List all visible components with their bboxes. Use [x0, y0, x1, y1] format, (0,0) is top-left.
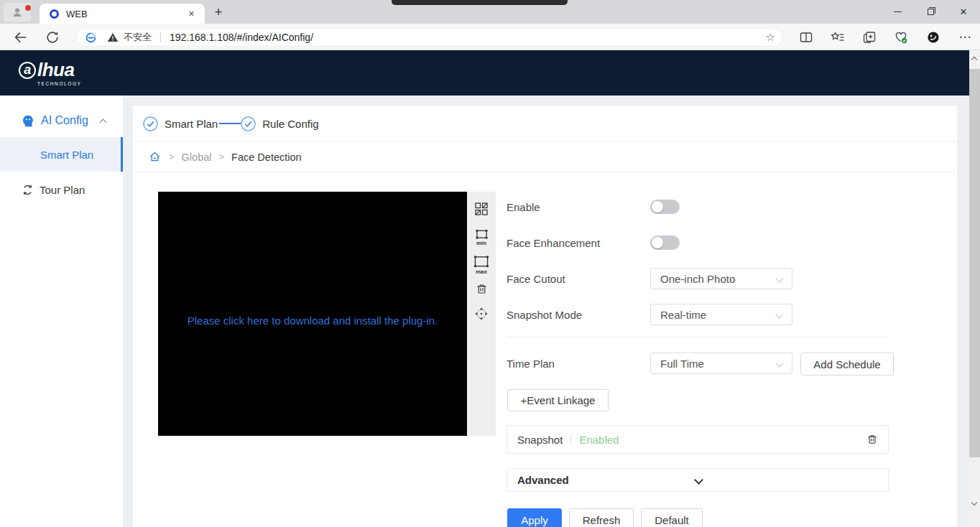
- logo-subtext: TECHNOLOGY: [37, 81, 82, 86]
- sidebar-item-tour-plan[interactable]: Tour Plan: [0, 172, 123, 207]
- back-icon[interactable]: [13, 29, 29, 45]
- target-filter-grid-icon[interactable]: [467, 202, 496, 216]
- window-restore-button[interactable]: [914, 0, 947, 24]
- delete-linkage-icon[interactable]: [866, 434, 878, 445]
- linkage-status-badge: Enabled: [579, 434, 619, 446]
- copilot-icon[interactable]: [926, 30, 940, 45]
- sidebar-item-label: Tour Plan: [40, 184, 85, 196]
- toggle-knob: [652, 237, 663, 248]
- breadcrumb-separator: >: [169, 151, 175, 162]
- time-plan-value: Full Time: [660, 358, 704, 370]
- advanced-expander[interactable]: Advanced: [507, 468, 889, 492]
- tour-plan-icon: [21, 183, 34, 197]
- scrollbar-thumb[interactable]: [969, 69, 980, 457]
- ai-config-icon: [20, 113, 36, 129]
- minimize-icon: [894, 11, 902, 12]
- browser-tab[interactable]: WEB ✕: [40, 4, 205, 24]
- step-connector: [219, 123, 241, 124]
- chevron-down-icon: [775, 359, 783, 367]
- dahua-logo: alhua TECHNOLOGY: [19, 59, 82, 86]
- sidebar-item-smart-plan[interactable]: Smart Plan: [0, 137, 123, 172]
- face-cutout-value: One-inch Photo: [660, 273, 735, 285]
- restore-icon: [928, 9, 934, 15]
- breadcrumb-separator: >: [219, 151, 225, 162]
- snapshot-mode-value: Real-time: [660, 309, 706, 321]
- browser-menu-icon[interactable]: ⋯: [958, 30, 972, 45]
- url-separator: [160, 32, 161, 42]
- video-preview: Please click here to download and instal…: [158, 192, 467, 436]
- tab-favicon-icon: [50, 9, 59, 19]
- browser-essentials-icon[interactable]: [894, 30, 908, 45]
- background-window-strip: [392, 0, 568, 5]
- linkage-name: Snapshot: [517, 434, 563, 446]
- window-close-button[interactable]: ✕: [947, 0, 980, 24]
- not-secure-warning-icon: [107, 32, 119, 43]
- window-controls: ✕: [881, 0, 980, 24]
- tab-title: WEB: [66, 9, 185, 19]
- main-panel: Smart Plan Rule Config > Global > Face D…: [133, 106, 957, 527]
- min-label: min: [476, 241, 486, 246]
- breadcrumb: > Global > Face Detection: [133, 142, 957, 172]
- chevron-down-icon: [694, 475, 703, 485]
- breadcrumb-face-detection: Face Detection: [231, 151, 302, 163]
- face-cutout-label: Face Cutout: [507, 273, 565, 286]
- sidebar-group-ai-config[interactable]: AI Config: [0, 106, 123, 137]
- step-check-icon[interactable]: [143, 116, 158, 131]
- collections-icon[interactable]: [862, 30, 877, 45]
- snapshot-mode-label: Snapshot Mode: [507, 309, 582, 322]
- refresh-icon[interactable]: [45, 29, 60, 45]
- new-tab-button[interactable]: +: [210, 4, 227, 21]
- step-check-icon[interactable]: [241, 116, 256, 131]
- screen: WEB ✕ + ✕ 不安全 192.168.1.108/#/index/AICo…: [0, 0, 980, 527]
- chevron-down-icon: [775, 310, 783, 318]
- default-button[interactable]: Default: [641, 508, 703, 527]
- scroll-up-icon[interactable]: [971, 57, 977, 62]
- step-label-rule-config[interactable]: Rule Config: [262, 118, 318, 130]
- page-scrollbar[interactable]: [969, 50, 980, 527]
- url-field[interactable]: 不安全 192.168.1.108/#/index/AIConfig/ ☆: [75, 28, 783, 47]
- face-enhancement-toggle[interactable]: [650, 235, 680, 250]
- enable-toggle[interactable]: [650, 200, 680, 214]
- advanced-label: Advanced: [517, 474, 569, 486]
- time-plan-select[interactable]: Full Time: [650, 353, 792, 374]
- split-screen-icon[interactable]: [799, 30, 813, 45]
- draw-toolbar: min max: [467, 192, 496, 436]
- scroll-down-icon[interactable]: [971, 500, 977, 505]
- snapshot-mode-select[interactable]: Real-time: [650, 304, 792, 325]
- browser-address-bar: 不安全 192.168.1.108/#/index/AIConfig/ ☆ ⋯: [0, 24, 980, 50]
- tab-close-icon[interactable]: ✕: [185, 8, 198, 20]
- logo-text: lhua: [37, 59, 74, 81]
- window-minimize-button[interactable]: [881, 0, 914, 24]
- time-plan-label: Time Plan: [507, 358, 555, 370]
- sidebar-item-label: Smart Plan: [40, 149, 93, 161]
- move-tool-icon[interactable]: [467, 307, 496, 321]
- chevron-up-icon[interactable]: [100, 119, 107, 126]
- security-label: 不安全: [124, 31, 152, 44]
- enable-label: Enable: [507, 201, 540, 214]
- face-cutout-select[interactable]: One-inch Photo: [650, 268, 792, 289]
- profile-avatar-icon: [11, 6, 24, 19]
- plugin-download-link[interactable]: Please click here to download and instal…: [188, 314, 438, 327]
- linkage-snapshot-row: Snapshot Enabled: [507, 425, 889, 454]
- browser-tab-strip: WEB ✕ + ✕: [0, 0, 980, 24]
- breadcrumb-home-icon[interactable]: [148, 150, 162, 164]
- form-divider: [507, 337, 889, 337]
- browser-profile-button[interactable]: [4, 3, 31, 22]
- max-size-tool[interactable]: max: [467, 255, 496, 275]
- event-linkage-button[interactable]: +Event Linkage: [507, 389, 609, 411]
- ie-mode-icon: [85, 32, 97, 44]
- delete-tool-icon[interactable]: [467, 283, 496, 295]
- chevron-down-icon: [775, 274, 783, 282]
- breadcrumb-global[interactable]: Global: [182, 151, 212, 163]
- notification-dot: [25, 5, 31, 11]
- favorite-star-icon[interactable]: ☆: [766, 31, 775, 44]
- sidebar-group-label: AI Config: [41, 114, 88, 127]
- add-schedule-button[interactable]: Add Schedule: [800, 353, 894, 376]
- favorites-bar-icon[interactable]: [831, 30, 845, 45]
- refresh-button[interactable]: Refresh: [569, 508, 634, 527]
- step-label-smart-plan[interactable]: Smart Plan: [165, 118, 218, 130]
- face-enhancement-label: Face Enhancement: [507, 237, 600, 250]
- min-size-tool[interactable]: min: [467, 229, 496, 246]
- sidebar: AI Config Smart Plan Tour Plan: [0, 95, 123, 527]
- apply-button[interactable]: Apply: [507, 508, 562, 527]
